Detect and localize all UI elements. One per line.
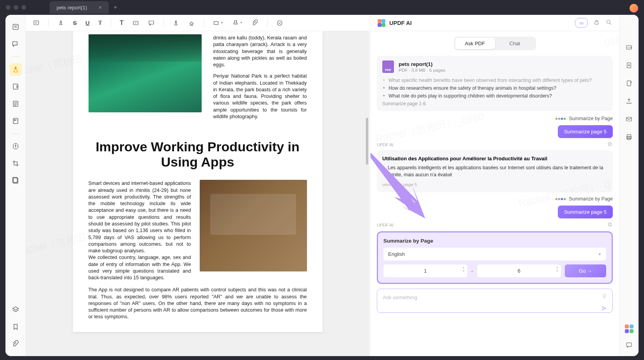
summarize-page-button[interactable]: Summarize page 5 <box>558 125 613 138</box>
layers-icon[interactable] <box>9 303 22 316</box>
protect-icon[interactable] <box>624 60 635 71</box>
svg-point-33 <box>628 64 630 66</box>
svg-text:OCR: OCR <box>628 46 632 48</box>
svg-rect-27 <box>609 223 612 226</box>
svg-rect-18 <box>149 21 154 24</box>
send-icon[interactable] <box>601 305 608 313</box>
toolbar: S U T T T ▼ ▼ <box>26 15 369 31</box>
form-tool-icon[interactable] <box>9 115 22 127</box>
window-controls <box>6 5 26 10</box>
file-info-card: PDF pets report(1) PDF · 3.8 MB · 6 page… <box>377 56 613 111</box>
infinity-button[interactable]: ∞ <box>575 18 588 28</box>
chat-tab[interactable]: Chat <box>495 38 535 49</box>
compress-tool-icon[interactable] <box>9 174 22 187</box>
svg-text:T: T <box>135 21 137 25</box>
document-tab[interactable]: pets report(1) × <box>50 1 109 14</box>
rectangle-icon[interactable]: ▼ <box>213 20 224 27</box>
language-select[interactable]: English ▼ <box>383 248 606 261</box>
svg-rect-39 <box>626 342 632 346</box>
textbox-icon[interactable]: T <box>132 20 139 27</box>
grid-icon <box>555 198 566 200</box>
export-icon[interactable] <box>624 78 635 89</box>
email-icon[interactable] <box>624 113 635 124</box>
document-text: drinks are kallu (toddy), Kerala rasam a… <box>213 34 307 124</box>
page-tool-icon[interactable] <box>9 98 22 110</box>
close-window[interactable] <box>6 5 11 10</box>
stamp-icon[interactable]: ▼ <box>232 20 243 27</box>
step-down-icon[interactable]: ▼ <box>462 270 465 272</box>
svg-rect-32 <box>627 63 631 68</box>
add-tab-icon[interactable]: + <box>114 4 117 11</box>
document-page: drinks are kallu (toddy), Kerala rasam a… <box>73 31 323 332</box>
suggested-questions: What specific health benefits have been … <box>382 78 607 99</box>
scrollbar[interactable] <box>366 48 368 356</box>
ai-source-label: UPDF AI <box>377 223 394 227</box>
pencil-icon[interactable] <box>172 20 179 27</box>
maximize-window[interactable] <box>21 5 26 10</box>
response-bullet: Les appareils intelligents et les applic… <box>382 165 607 178</box>
svg-rect-28 <box>608 223 611 225</box>
document-image-2 <box>200 180 307 271</box>
go-button[interactable]: Go → <box>565 264 606 277</box>
copy-icon[interactable] <box>607 141 613 148</box>
bookmark-icon[interactable] <box>9 321 22 333</box>
attach-icon[interactable] <box>252 20 259 27</box>
document-viewport[interactable]: drinks are kallu (toddy), Kerala rasam a… <box>26 31 369 356</box>
share-icon[interactable] <box>624 96 635 106</box>
crop-tool-icon[interactable] <box>9 157 22 170</box>
svg-rect-36 <box>627 135 631 137</box>
callout-icon[interactable] <box>148 20 155 27</box>
attachment-icon[interactable] <box>9 338 22 350</box>
note-icon[interactable] <box>33 20 40 27</box>
step-down-icon[interactable]: ▼ <box>556 270 559 272</box>
step-up-icon[interactable]: ▲ <box>556 266 559 269</box>
minimize-window[interactable] <box>14 5 18 10</box>
file-meta: PDF · 3.8 MB · 6 pages <box>399 68 445 73</box>
summarize-by-page-card: Summarize by Page English ▼ 1 ▲▼ - 6 <box>377 231 613 284</box>
chat-icon[interactable] <box>624 339 635 350</box>
lock-icon[interactable] <box>593 19 600 27</box>
question-item[interactable]: How do researchers ensure the safety of … <box>382 85 607 91</box>
copy-icon[interactable] <box>607 222 613 228</box>
edit-tool-icon[interactable] <box>9 80 22 93</box>
prompt-input[interactable]: Ask something <box>377 289 613 313</box>
lightbulb-icon[interactable] <box>601 293 608 301</box>
titlebar: pets report(1) × + <box>0 0 644 15</box>
underline-icon[interactable]: U <box>85 20 90 26</box>
updf-ai-logo-icon <box>378 19 385 27</box>
squiggly-icon[interactable]: T <box>98 20 102 26</box>
signature-icon[interactable] <box>276 20 283 27</box>
strikethrough-icon[interactable]: S <box>73 20 77 26</box>
ocr-tool-icon[interactable] <box>9 140 22 153</box>
summarize-range-label: Summarize page 1-6 <box>382 101 607 106</box>
ai-assistant-icon[interactable] <box>625 325 633 333</box>
summarize-page-button[interactable]: Summarize page 5 <box>558 206 613 218</box>
print-icon[interactable] <box>624 131 635 142</box>
ai-panel: UPDF AI ∞ Ask PDF Chat PDF pets repor <box>370 15 619 356</box>
document-image-1 <box>89 34 202 112</box>
highlight-tool-icon[interactable] <box>9 63 22 76</box>
response-note: ummarize page 5 <box>382 182 607 187</box>
response-title: Utilisation des Applications pour Amélio… <box>382 156 607 161</box>
step-up-icon[interactable]: ▲ <box>462 266 465 269</box>
reader-mode-icon[interactable] <box>9 21 22 33</box>
question-item[interactable]: What role do pets play in supporting chi… <box>382 93 607 99</box>
user-avatar[interactable] <box>630 4 638 12</box>
search-icon[interactable] <box>605 19 612 27</box>
highlighter-icon[interactable] <box>57 20 64 27</box>
ocr-icon[interactable]: OCR <box>624 42 635 53</box>
page-to-input[interactable]: 6 ▲▼ <box>477 264 561 277</box>
svg-rect-22 <box>595 22 598 24</box>
document-heading: Improve Working Productivity in Using Ap… <box>89 139 307 170</box>
grid-icon <box>555 118 566 120</box>
eraser-icon[interactable] <box>188 20 195 27</box>
card-title: Summarize by Page <box>383 238 606 244</box>
file-name: pets report(1) <box>399 61 445 67</box>
question-item[interactable]: What specific health benefits have been … <box>382 78 607 83</box>
document-text: The App is not designed to compare AR pa… <box>89 286 307 320</box>
page-from-input[interactable]: 1 ▲▼ <box>383 264 467 277</box>
close-tab-icon[interactable]: × <box>99 4 102 11</box>
comment-icon[interactable] <box>9 38 22 50</box>
text-tool-icon[interactable]: T <box>120 20 124 27</box>
ask-pdf-tab[interactable]: Ask PDF <box>455 38 495 49</box>
